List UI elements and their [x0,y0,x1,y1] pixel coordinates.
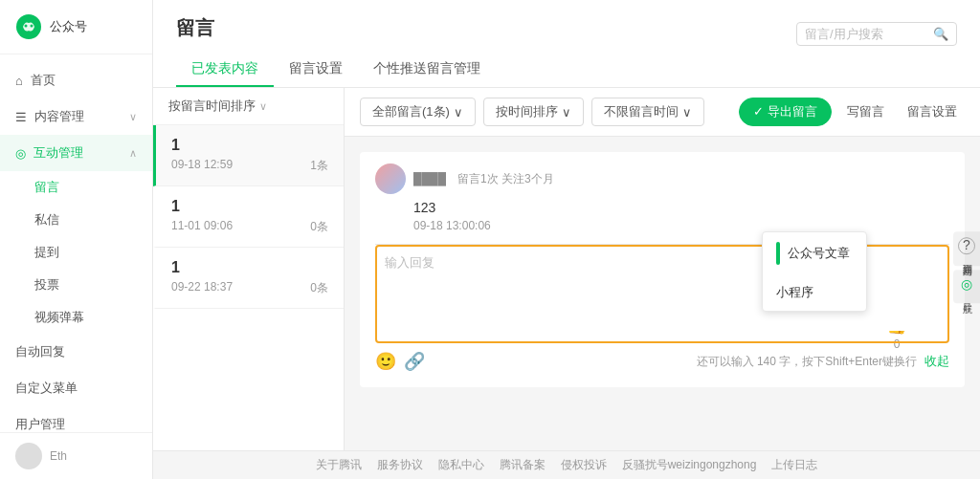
chevron-down-icon: ∨ [562,105,571,120]
article-number: 1 [171,137,328,154]
menu-label: 自定义菜单 [15,380,78,397]
chevron-down-icon: ∨ [454,105,463,120]
header-search: 🔍 [796,22,957,46]
logo-icon [15,13,42,40]
article-date: 11-01 09:06 [171,219,233,235]
users-label: 用户管理 [15,416,65,432]
nav-text: 导航 [960,295,973,297]
article-item[interactable]: 1 11-01 09:06 0条 [153,186,344,248]
reply-confirm-button[interactable]: 收起 [924,353,949,370]
sidebar-subitem-mention[interactable]: 提到 [0,236,152,269]
write-comment-button[interactable]: 写留言 [839,98,892,125]
nav-icon: ◎ [961,275,972,294]
tab-personalized[interactable]: 个性推送留言管理 [358,53,496,87]
comment-text: 123 [413,200,949,215]
insert-article-label: 公众号文章 [788,245,850,262]
page-title: 留言 [176,15,214,41]
sidebar-item-label: 内容管理 [34,108,122,125]
search-icon[interactable]: 🔍 [933,27,948,41]
svg-point-2 [31,25,33,28]
user-name: Eth [50,449,67,463]
home-icon: ⌂ [15,74,23,88]
filter-label: 按留言时间排序 [168,98,256,115]
service-link[interactable]: 服务协议 [377,457,423,473]
complaint-link[interactable]: 侵权投诉 [561,457,607,473]
svg-point-1 [25,25,28,28]
reply-toolbar: 🙂 🔗 还可以输入 140 字，按下Shift+Enter键换行 收起 [375,351,949,372]
interactive-icon: ◎ [15,146,26,161]
article-date: 09-22 18:37 [171,280,233,296]
article-number: 1 [171,259,328,276]
article-meta: 09-22 18:37 0条 [171,280,328,296]
time-filter-button[interactable]: 不限留言时间 ∨ [591,98,704,126]
left-panel: 按留言时间排序 ∨ 1 09-18 12:59 1条 1 [153,88,345,450]
help-text: 遇到问题 [960,256,973,260]
nav-button[interactable]: ◎ 导航 [953,270,980,304]
article-item[interactable]: 1 09-22 18:37 0条 [153,248,344,309]
sidebar-item-users[interactable]: 用户管理 [0,406,152,432]
sidebar-item-auto-reply[interactable]: 自动回复 [0,334,152,370]
right-panel: 全部留言(1条) ∨ 按时间排序 ∨ 不限留言时间 ∨ [345,88,980,450]
time-sort-button[interactable]: 按时间排序 ∨ [483,98,584,126]
comment-item: ████ 留言1次 关注3个月 👍 0 123 09-18 13:00:06 [360,152,965,387]
anti-spam-link[interactable]: 反骚扰号weizingongzhong [622,457,757,473]
about-link[interactable]: 关于腾讯 [316,457,362,473]
chevron-up-icon: ∧ [129,147,137,160]
sidebar-subitem-message[interactable]: 私信 [0,204,152,236]
comment-time: 09-18 13:00:06 [413,219,949,232]
article-count: 1条 [310,158,328,174]
chevron-down-icon: ∨ [682,105,692,120]
article-item[interactable]: 1 09-18 12:59 1条 [153,125,344,186]
sidebar-item-interactive[interactable]: ◎ 互动管理 ∧ [0,135,152,171]
sidebar-item-menu[interactable]: 自定义菜单 [0,370,152,406]
emoji-icon[interactable]: 🙂 [375,351,396,372]
search-input[interactable] [805,27,929,41]
sidebar-item-label: 首页 [31,72,137,89]
sidebar-subitem-comment[interactable]: 留言 [0,171,152,204]
link-icon[interactable]: 🔗 [404,351,425,372]
avatar [15,443,42,469]
sidebar-subitem-vote[interactable]: 投票 [0,269,152,301]
comment-area: ████ 留言1次 关注3个月 👍 0 123 09-18 13:00:06 [345,137,980,450]
article-list: 1 09-18 12:59 1条 1 11-01 09:06 0条 [153,125,344,450]
message-label: 私信 [34,211,59,229]
vote-label: 投票 [34,276,59,294]
float-panel: ? 遇到问题 ◎ 导航 [953,231,980,308]
filter-button[interactable]: 按留言时间排序 ∨ [153,88,344,125]
export-button[interactable]: ✓ 导出留言 [739,98,832,126]
filter-arrow: ∨ [259,100,267,113]
tab-published[interactable]: 已发表内容 [176,53,274,87]
logo: 公众号 [0,0,152,54]
insert-article-item[interactable]: 公众号文章 [763,232,866,274]
sidebar-footer: Eth [0,432,152,479]
all-comments-button[interactable]: 全部留言(1条) ∨ [360,98,476,126]
sidebar: 公众号 ⌂ 首页 ☰ 内容管理 ∨ ◎ 互动管理 ∧ 留言 [0,0,153,479]
article-count: 0条 [310,219,328,235]
question-icon: ? [958,237,975,254]
sidebar-item-content[interactable]: ☰ 内容管理 ∨ [0,98,152,135]
sidebar-subitem-video[interactable]: 视频弹幕 [0,301,152,334]
toolbar-row: 全部留言(1条) ∨ 按时间排序 ∨ 不限留言时间 ∨ [360,98,965,126]
article-meta: 11-01 09:06 0条 [171,219,328,235]
reply-hint: 还可以输入 140 字，按下Shift+Enter键换行 [697,354,917,370]
auto-reply-label: 自动回复 [15,343,65,360]
logo-text: 公众号 [50,18,87,35]
privacy-link[interactable]: 隐私中心 [438,457,484,473]
tab-settings[interactable]: 留言设置 [274,53,358,87]
help-button[interactable]: ? 遇到问题 [953,231,980,266]
content-area: 按留言时间排序 ∨ 1 09-18 12:59 1条 1 [153,88,980,450]
insert-miniapp-item[interactable]: 小程序 [763,274,866,311]
upload-log-link[interactable]: 上传日志 [771,457,817,473]
content-icon: ☰ [15,110,27,124]
sidebar-item-home[interactable]: ⌂ 首页 [0,62,152,98]
page-header: 留言 🔍 已发表内容 留言设置 个性推送留言管理 [153,0,980,88]
insert-popup: 公众号文章 小程序 [762,231,867,312]
avatar [375,163,406,194]
comment-settings-button[interactable]: 留言设置 [900,98,965,125]
green-dot [776,242,780,265]
comment-username: ████ [413,172,446,185]
chevron-down-icon: ∨ [129,111,137,123]
icp-link[interactable]: 腾讯备案 [500,457,546,473]
mention-label: 提到 [34,244,59,261]
video-label: 视频弹幕 [34,309,84,326]
